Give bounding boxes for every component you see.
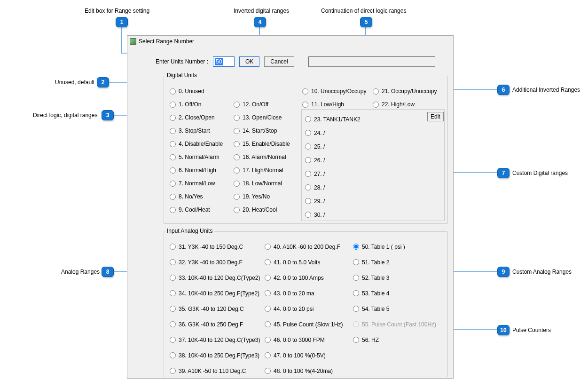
- radio-23-tank1-tank2[interactable]: 23. TANK1/TANK2: [305, 112, 361, 126]
- radio-39-a10k-50-to-110-deg-c[interactable]: 39. A10K -50 to 110 Deg.C: [170, 363, 260, 379]
- cancel-button[interactable]: Cancel: [264, 56, 294, 67]
- radio-29-[interactable]: 29. /: [305, 194, 361, 208]
- radio-51-table-2[interactable]: 51. Table 2: [353, 254, 436, 270]
- radio-9-cool-heat[interactable]: 9. Cool/Heat: [170, 203, 223, 216]
- radio-input[interactable]: [353, 306, 359, 312]
- radio-input[interactable]: [234, 154, 240, 160]
- radio-input[interactable]: [373, 102, 379, 108]
- radio-input[interactable]: [373, 88, 379, 95]
- radio-input[interactable]: [265, 275, 271, 281]
- radio-43-0-0-to-20-ma[interactable]: 43. 0.0 to 20 ma: [265, 285, 343, 301]
- radio-13-open-close[interactable]: 13. Open/Close: [234, 111, 290, 124]
- radio-14-start-stop[interactable]: 14. Start/Stop: [234, 124, 290, 137]
- radio-18-low-normal[interactable]: 18. Low/Normal: [234, 177, 290, 190]
- radio-input[interactable]: [265, 244, 271, 250]
- radio-21-occupy-unoccupy[interactable]: 21. Occupy/Unoccupy: [373, 85, 437, 98]
- radio-36-g3k-40-to-250-deg-f[interactable]: 36. G3K -40 to 250 Deg.F: [170, 317, 260, 332]
- radio-input[interactable]: [170, 167, 176, 174]
- radio-54-table-5[interactable]: 54. Table 5: [353, 301, 436, 317]
- radio-input[interactable]: [234, 128, 240, 134]
- radio-24-[interactable]: 24. /: [305, 126, 361, 140]
- radio-35-g3k-40-to-120-deg-c[interactable]: 35. G3K -40 to 120 Deg.C: [170, 301, 260, 317]
- radio-6-normal-high[interactable]: 6. Normal/High: [170, 164, 223, 177]
- radio-5-normal-alarm[interactable]: 5. Normal/Alarm: [170, 150, 223, 164]
- radio-input[interactable]: [170, 321, 176, 327]
- radio-input[interactable]: [305, 184, 311, 190]
- radio-input[interactable]: [170, 306, 176, 312]
- radio-38-10k-40-to-250-deg-f-type3-[interactable]: 38. 10K-40 to 250 Deg.F(Type3): [170, 348, 260, 363]
- radio-41-0-0-to-5-0-volts[interactable]: 41. 0.0 to 5.0 Volts: [265, 254, 343, 270]
- radio-input[interactable]: [234, 141, 240, 147]
- radio-input[interactable]: [234, 167, 240, 174]
- radio-input[interactable]: [353, 290, 359, 296]
- radio-45-pulse-count-slow-1hz-[interactable]: 45. Pulse Count (Slow 1Hz): [265, 317, 343, 332]
- radio-26-[interactable]: 26. /: [305, 153, 361, 167]
- radio-52-table-3[interactable]: 52. Table 3: [353, 270, 436, 285]
- ok-button[interactable]: OK: [239, 56, 259, 67]
- radio-input[interactable]: [265, 368, 271, 374]
- radio-input[interactable]: [170, 88, 176, 95]
- radio-17-high-normal[interactable]: 17. High/Normal: [234, 164, 290, 177]
- radio-30-[interactable]: 30. /: [305, 208, 361, 222]
- radio-27-[interactable]: 27. /: [305, 167, 361, 181]
- radio-8-no-yes[interactable]: 8. No/Yes: [170, 190, 223, 203]
- radio-input[interactable]: [353, 337, 359, 343]
- radio-input[interactable]: [170, 337, 176, 343]
- radio-input[interactable]: [265, 290, 271, 296]
- radio-56-hz[interactable]: 56. HZ: [353, 332, 436, 348]
- radio-input[interactable]: [353, 244, 359, 250]
- radio-53-table-4[interactable]: 53. Table 4: [353, 285, 436, 301]
- radio-input[interactable]: [170, 275, 176, 281]
- radio-2-close-open[interactable]: 2. Close/Open: [170, 111, 223, 124]
- radio-15-enable-disable[interactable]: 15. Enable/Disable: [234, 137, 290, 150]
- radio-input[interactable]: [234, 181, 240, 187]
- radio-19-yes-no[interactable]: 19. Yes/No: [234, 190, 290, 203]
- radio-input[interactable]: [170, 181, 176, 187]
- radio-12-on-off[interactable]: 12. On/Off: [234, 98, 290, 111]
- radio-50-table-1-psi-[interactable]: 50. Table 1 ( psi ): [353, 239, 436, 254]
- units-number-input[interactable]: 50: [213, 56, 235, 67]
- radio-input[interactable]: [353, 259, 359, 265]
- radio-input[interactable]: [305, 212, 311, 218]
- radio-20-heat-cool[interactable]: 20. Heat/Cool: [234, 203, 290, 216]
- radio-3-stop-start[interactable]: 3. Stop/Start: [170, 124, 223, 137]
- radio-input[interactable]: [170, 352, 176, 358]
- radio-input[interactable]: [265, 321, 271, 327]
- radio-33-10k-40-to-120-deg-c-type2-[interactable]: 33. 10K-40 to 120 Deg.C(Type2): [170, 270, 260, 285]
- radio-input[interactable]: [234, 207, 240, 213]
- edit-custom-digital-button[interactable]: Edit: [427, 112, 444, 121]
- radio-input[interactable]: [170, 141, 176, 147]
- radio-input[interactable]: [353, 275, 359, 281]
- radio-34-10k-40-to-250-deg-f-type2-[interactable]: 34. 10K-40 to 250 Deg.F(Type2): [170, 285, 260, 301]
- radio-input[interactable]: [170, 128, 176, 134]
- radio-31-y3k-40-to-150-deg-c[interactable]: 31. Y3K -40 to 150 Deg.C: [170, 239, 260, 254]
- radio-32-y3k-40-to-300-deg-f[interactable]: 32. Y3K -40 to 300 Deg.F: [170, 254, 260, 270]
- radio-44-0-0-to-20-psi[interactable]: 44. 0.0 to 20 psi: [265, 301, 343, 317]
- radio-input[interactable]: [170, 115, 176, 121]
- radio-10-unoccupy-occupy[interactable]: 10. Unoccupy/Occupy: [302, 85, 366, 98]
- radio-input[interactable]: [302, 88, 308, 95]
- radio-input[interactable]: [305, 198, 311, 204]
- radio-input[interactable]: [234, 194, 240, 200]
- radio-input[interactable]: [265, 306, 271, 312]
- radio-input[interactable]: [234, 115, 240, 121]
- radio-1-off-on[interactable]: 1. Off/On: [170, 98, 223, 111]
- radio-25-[interactable]: 25. /: [305, 140, 361, 153]
- radio-input[interactable]: [170, 154, 176, 160]
- radio-input[interactable]: [170, 244, 176, 250]
- radio-0-unused[interactable]: 0. Unused: [170, 85, 223, 98]
- radio-input[interactable]: [302, 102, 308, 108]
- radio-input[interactable]: [305, 171, 311, 177]
- radio-7-normal-low[interactable]: 7. Normal/Low: [170, 177, 223, 190]
- radio-input[interactable]: [170, 259, 176, 265]
- radio-input[interactable]: [305, 157, 311, 163]
- radio-40-a10k-60-to-200-deg-f[interactable]: 40. A10K -60 to 200 Deg.F: [265, 239, 343, 254]
- radio-input[interactable]: [170, 102, 176, 108]
- radio-input[interactable]: [265, 259, 271, 265]
- radio-48-0-to-100-4-20ma-[interactable]: 48. 0 to 100 %(4-20ma): [265, 363, 343, 379]
- radio-input[interactable]: [170, 207, 176, 213]
- radio-input[interactable]: [170, 368, 176, 374]
- radio-input[interactable]: [305, 130, 311, 136]
- radio-input[interactable]: [305, 143, 311, 150]
- radio-47-0-to-100-0-5v-[interactable]: 47. 0 to 100 %(0-5V): [265, 348, 343, 363]
